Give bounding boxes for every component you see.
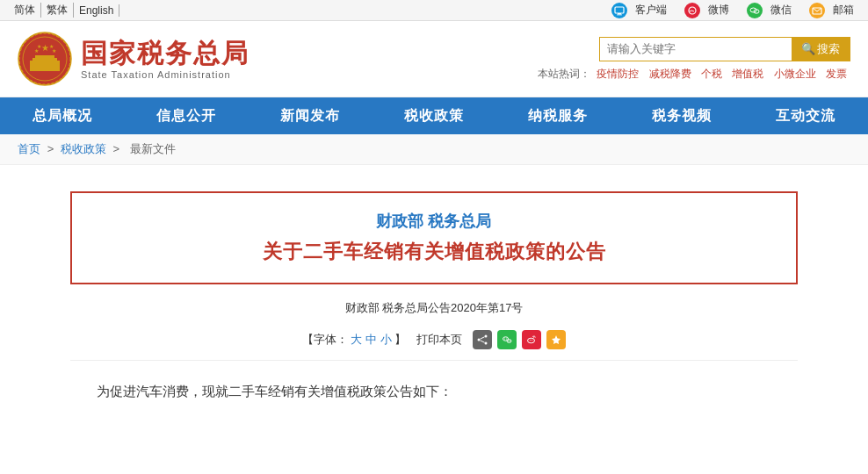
nav-item-info[interactable]: 信息公开 xyxy=(124,97,248,134)
nav-item-overview[interactable]: 总局概况 xyxy=(0,97,124,134)
font-medium-link[interactable]: 中 xyxy=(365,333,377,346)
breadcrumb-sep2: > xyxy=(112,142,122,155)
hot-prefix: 本站热词： xyxy=(538,68,590,80)
hot-word-6[interactable]: 发票 xyxy=(826,68,847,80)
breadcrumb-level3: 最新文件 xyxy=(130,142,176,155)
search-icon: 🔍 xyxy=(801,42,815,55)
content-area: 财政部 税务总局 关于二手车经销有关增值税政策的公告 财政部 税务总局公告202… xyxy=(0,165,868,431)
article-title: 关于二手车经销有关增值税政策的公告 xyxy=(98,239,770,265)
hot-word-4[interactable]: 增值税 xyxy=(732,68,763,80)
nav-item-video[interactable]: 税务视频 xyxy=(620,97,744,134)
nav-item-service[interactable]: 纳税服务 xyxy=(496,97,620,134)
svg-point-24 xyxy=(507,340,511,343)
wechat-icon xyxy=(747,3,763,18)
nav-item-policy[interactable]: 税收政策 xyxy=(372,97,495,134)
search-box: 🔍 搜索 xyxy=(599,37,850,61)
lang-traditional[interactable]: 繁体 xyxy=(41,3,74,18)
lang-bar: 简体 繁体 English 客户端 微博 微信 邮箱 xyxy=(0,0,868,21)
svg-point-18 xyxy=(478,339,481,341)
weibo-label: 微博 xyxy=(703,3,734,18)
weibo-share-button[interactable] xyxy=(522,330,541,349)
font-label: 【字体： 大 中 小 】 xyxy=(302,332,407,348)
email-icon xyxy=(809,3,825,18)
wechat-share-button[interactable] xyxy=(497,330,517,349)
svg-line-21 xyxy=(481,337,485,339)
font-label-open: 【字体： xyxy=(302,333,348,346)
svg-point-30 xyxy=(530,340,531,341)
svg-point-25 xyxy=(504,339,505,340)
site-name-cn: 国家税务总局 xyxy=(81,38,250,69)
client-icon xyxy=(611,3,627,18)
lang-simplified[interactable]: 简体 xyxy=(9,3,41,18)
svg-point-27 xyxy=(509,341,510,341)
breadcrumb-level2[interactable]: 税收政策 xyxy=(61,142,106,155)
svg-line-22 xyxy=(481,341,485,342)
font-small-link[interactable]: 小 xyxy=(380,333,392,346)
logo-emblem: ★ ★ ★ ★ ★ xyxy=(18,32,72,86)
svg-point-28 xyxy=(510,341,510,341)
hot-word-1[interactable]: 疫情防控 xyxy=(597,68,639,80)
svg-text:★: ★ xyxy=(52,48,56,54)
client-icon-item[interactable]: 客户端 xyxy=(611,3,672,18)
svg-rect-0 xyxy=(615,7,624,13)
top-right-icons: 客户端 微博 微信 邮箱 xyxy=(611,3,859,18)
svg-rect-2 xyxy=(617,14,622,15)
svg-point-4 xyxy=(750,8,756,12)
nav-item-interact[interactable]: 互动交流 xyxy=(744,97,868,134)
search-input[interactable] xyxy=(599,37,792,61)
breadcrumb-sep1: > xyxy=(47,142,57,155)
breadcrumb: 首页 > 税收政策 > 最新文件 xyxy=(0,134,868,165)
article-org: 财政部 税务总局 xyxy=(98,211,770,232)
logo-text: 国家税务总局 State Taxation Administration xyxy=(81,38,250,80)
hot-word-2[interactable]: 减税降费 xyxy=(649,68,691,80)
weibo-icon-item[interactable]: 微博 xyxy=(684,3,734,18)
article-title-box: 财政部 税务总局 关于二手车经销有关增值税政策的公告 xyxy=(70,191,798,284)
svg-point-20 xyxy=(485,342,488,345)
doc-number: 财政部 税务总局公告2020年第17号 xyxy=(70,300,798,316)
email-label: 邮箱 xyxy=(828,3,859,18)
hot-word-5[interactable]: 小微企业 xyxy=(774,68,816,80)
font-large-link[interactable]: 大 xyxy=(351,333,362,346)
site-name-en: State Taxation Administration xyxy=(81,69,250,80)
svg-text:★: ★ xyxy=(41,43,49,53)
svg-point-19 xyxy=(485,335,488,338)
svg-rect-1 xyxy=(618,13,621,15)
main-nav: 总局概况 信息公开 新闻发布 税收政策 纳税服务 税务视频 互动交流 xyxy=(0,97,868,134)
search-button[interactable]: 🔍 搜索 xyxy=(792,37,850,61)
wechat-icon-item[interactable]: 微信 xyxy=(747,3,797,18)
favorite-button[interactable] xyxy=(546,330,566,349)
client-label: 客户端 xyxy=(630,3,672,18)
hot-word-3[interactable]: 个税 xyxy=(701,68,722,80)
svg-text:★: ★ xyxy=(34,48,39,54)
article-body: 为促进汽车消费，现就二手车经销有关增值税政策公告如下： xyxy=(70,378,798,405)
weibo-icon xyxy=(684,3,700,18)
article-toolbar: 【字体： 大 中 小 】 打印本页 xyxy=(70,330,798,361)
svg-point-31 xyxy=(532,340,532,341)
search-label: 搜索 xyxy=(817,41,840,57)
wechat-label: 微信 xyxy=(765,3,797,18)
share-icons xyxy=(473,330,566,349)
font-label-close: 】 xyxy=(394,333,406,346)
email-icon-item[interactable]: 邮箱 xyxy=(809,3,859,18)
site-header: ★ ★ ★ ★ ★ 国家税务总局 State Taxation Administ… xyxy=(0,21,868,97)
svg-point-26 xyxy=(506,339,507,340)
logo-area: ★ ★ ★ ★ ★ 国家税务总局 State Taxation Administ… xyxy=(18,32,250,86)
header-right: 🔍 搜索 本站热词： 疫情防控 减税降费 个税 增值税 小微企业 发票 xyxy=(538,37,850,82)
breadcrumb-home[interactable]: 首页 xyxy=(18,142,40,155)
svg-rect-11 xyxy=(35,55,54,60)
svg-marker-32 xyxy=(552,335,561,344)
share-button[interactable] xyxy=(473,330,492,349)
hot-words: 本站热词： 疫情防控 减税降费 个税 增值税 小微企业 发票 xyxy=(538,67,850,82)
svg-point-29 xyxy=(528,338,535,343)
lang-english[interactable]: English xyxy=(74,4,119,17)
print-button[interactable]: 打印本页 xyxy=(416,332,462,348)
nav-item-news[interactable]: 新闻发布 xyxy=(248,97,372,134)
